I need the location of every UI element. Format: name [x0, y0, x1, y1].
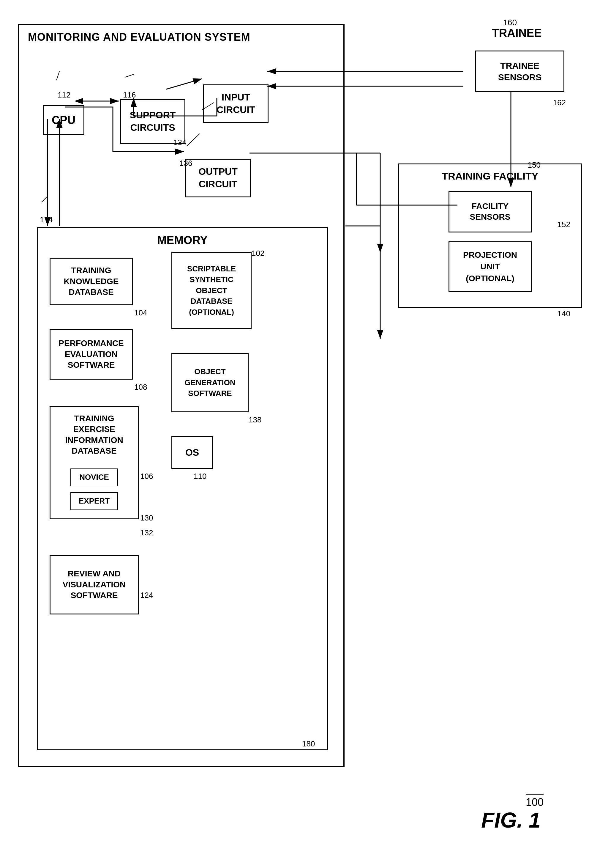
output-circuit-label: OUTPUTCIRCUIT [198, 166, 238, 190]
input-circuit-box: INPUTCIRCUIT [203, 84, 268, 123]
ref-134: 134 [173, 138, 186, 147]
ref-108: 108 [134, 383, 147, 392]
trainee-sensors-box: TRAINEESENSORS [475, 50, 564, 92]
fig-label: FIG. 1 [481, 808, 541, 832]
ref-100-text: 100 [526, 794, 544, 809]
ogs-box: OBJECTGENERATIONSOFTWARE [171, 353, 248, 412]
ref-162: 162 [553, 98, 566, 107]
ref-136: 136 [179, 159, 192, 168]
os-label: OS [185, 447, 199, 458]
ssod-box: SCRIPTABLESYNTHETICOBJECTDATABASE(OPTION… [171, 252, 252, 329]
ref-110: 110 [194, 472, 206, 481]
cpu-label: CPU [52, 114, 76, 127]
tkd-label: TRAININGKNOWLEDGEDATABASE [64, 265, 118, 298]
ogs-label: OBJECTGENERATIONSOFTWARE [185, 366, 235, 398]
support-circuits-label: SUPPORTCIRCUITS [130, 109, 176, 134]
projection-unit-box: PROJECTIONUNIT(OPTIONAL) [448, 242, 532, 292]
novice-label: NOVICE [79, 473, 109, 482]
expert-label: EXPERT [79, 496, 110, 506]
ref-106: 106 [140, 472, 153, 481]
expert-box: EXPERT [70, 492, 118, 510]
ref-102: 102 [252, 249, 264, 258]
projection-unit-label: PROJECTIONUNIT(OPTIONAL) [463, 249, 517, 284]
ref-112: 112 [58, 90, 70, 100]
ref-180: 180 [302, 739, 315, 748]
trainee-sensors-label: TRAINEESENSORS [498, 60, 542, 83]
support-circuits-box: SUPPORTCIRCUITS [120, 99, 185, 144]
memory-label: MEMORY [157, 234, 208, 247]
ref-104: 104 [134, 308, 147, 318]
novice-box: NOVICE [70, 468, 118, 486]
ref-100: 100 [526, 794, 544, 809]
memory-box: MEMORY TRAININGKNOWLEDGEDATABASE 104 SCR… [37, 227, 328, 750]
output-circuit-box: OUTPUTCIRCUIT [185, 159, 251, 198]
rvs-label: REVIEW ANDVISUALIZATIONSOFTWARE [63, 569, 126, 601]
training-facility-box: TRAINING FACILITY FACILITYSENSORS PROJEC… [398, 164, 582, 308]
pes-label: PERFORMANCEEVALUATIONSOFTWARE [59, 338, 124, 370]
os-box: OS [171, 436, 213, 469]
ref-116: 116 [123, 90, 136, 100]
training-knowledge-database-box: TRAININGKNOWLEDGEDATABASE [50, 258, 133, 305]
ref-150: 150 [528, 161, 541, 170]
cpu-box: CPU [43, 105, 84, 135]
rvs-box: REVIEW ANDVISUALIZATIONSOFTWARE [50, 555, 139, 614]
ref-140: 140 [558, 309, 570, 318]
ssod-label: SCRIPTABLESYNTHETICOBJECTDATABASE(OPTION… [187, 263, 236, 318]
teid-label: TRAININGEXERCISEINFORMATIONDATABASE [65, 413, 123, 457]
ref-130: 130 [140, 513, 153, 523]
ref-152: 152 [558, 220, 570, 229]
main-outer-box: MONITORING AND EVALUATION SYSTEM CPU SUP… [18, 24, 345, 767]
page: MONITORING AND EVALUATION SYSTEM CPU SUP… [0, 0, 600, 868]
ref-132: 132 [140, 528, 153, 537]
ref-114: 114 [40, 215, 53, 225]
ref-124: 124 [140, 591, 153, 600]
input-circuit-label: INPUTCIRCUIT [217, 91, 255, 116]
facility-sensors-label: FACILITYSENSORS [470, 201, 511, 223]
trainee-label: TRAINEE [469, 27, 564, 40]
facility-sensors-box: FACILITYSENSORS [448, 191, 532, 233]
ref-160: 160 [503, 18, 517, 27]
main-outer-label: MONITORING AND EVALUATION SYSTEM [28, 31, 250, 43]
pes-box: PERFORMANCEEVALUATIONSOFTWARE [50, 329, 133, 380]
ref-138: 138 [248, 415, 261, 424]
teid-box: TRAININGEXERCISEINFORMATIONDATABASE NOVI… [50, 406, 139, 519]
training-facility-label: TRAINING FACILITY [399, 164, 581, 185]
